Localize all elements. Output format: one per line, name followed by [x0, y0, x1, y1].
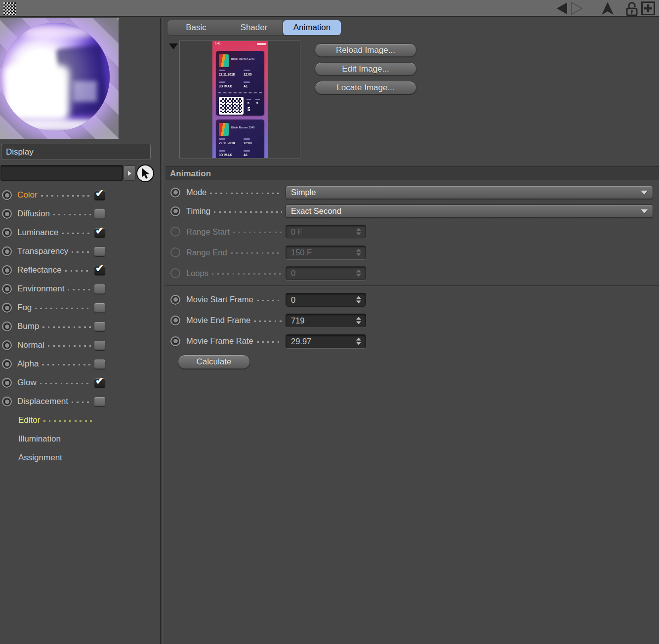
channel-checkbox[interactable] [94, 397, 105, 406]
stepper-arrows-icon[interactable] [356, 337, 361, 345]
texture-input[interactable] [0, 165, 123, 181]
display-dropdown[interactable]: Display [1, 144, 151, 160]
channel-checkbox[interactable] [94, 284, 105, 294]
channel-checkbox[interactable] [94, 247, 105, 256]
lock-open-icon[interactable] [624, 1, 639, 17]
channel-radio[interactable] [2, 284, 12, 294]
dotted-leader [72, 402, 91, 403]
ticket-status-time: 9:41 [215, 42, 221, 45]
edit-image-button[interactable]: Edit Image... [315, 62, 416, 76]
channel-radio[interactable] [2, 303, 12, 313]
channel-row-luminance[interactable]: Luminance✔ [0, 223, 107, 242]
ticket-format: 3D IMAX [219, 153, 232, 157]
param-radio[interactable] [170, 295, 180, 305]
stepper-arrows-icon [356, 249, 361, 256]
reload-image-button[interactable]: Reload Image... [315, 43, 416, 57]
channel-radio[interactable] [2, 209, 12, 219]
calculate-button[interactable]: Calculate [178, 355, 250, 369]
channel-row-diffusion[interactable]: Diffusion [0, 204, 107, 223]
channel-radio[interactable] [2, 265, 12, 275]
movie-end-frame-field[interactable]: 719 [286, 314, 366, 327]
ticket-card-1: Blade Runner 2049 22.11.2018 12:00 3D IM… [216, 51, 264, 116]
timing-dropdown[interactable]: Exact Second [286, 204, 653, 218]
tab-shader[interactable]: Shader [225, 20, 283, 35]
channel-row-color[interactable]: Color✔ [0, 186, 107, 204]
mode-dropdown[interactable]: Simple [286, 186, 653, 199]
dotted-leader [210, 193, 282, 194]
channel-checkbox[interactable] [94, 209, 105, 219]
sidebar-item-assignment[interactable]: Assignment [0, 448, 96, 467]
channel-radio[interactable] [2, 190, 12, 200]
channel-checkbox[interactable] [94, 303, 105, 313]
channel-radio[interactable] [2, 340, 12, 350]
sphere-qr-detail [73, 81, 97, 102]
param-label: Loops [186, 269, 208, 278]
channel-radio[interactable] [2, 397, 12, 406]
channel-row-environment[interactable]: Environment [0, 280, 107, 298]
texture-thumbnail-image: 9:41 Blade Runner 2049 22.11.2018 12:00 … [212, 41, 268, 158]
page-label: Assignment [18, 453, 62, 463]
channel-radio[interactable] [2, 378, 12, 388]
chevron-down-icon [641, 191, 648, 195]
channel-checkbox[interactable]: ✔ [94, 266, 105, 275]
locate-image-button[interactable]: Locate Image... [315, 81, 416, 94]
param-label: Range Start [186, 227, 230, 237]
channel-row-bump[interactable]: Bump [0, 317, 107, 336]
ticket-seat: A1 [244, 84, 247, 88]
param-radio[interactable] [170, 316, 180, 325]
channel-checkbox[interactable]: ✔ [94, 378, 105, 388]
back-arrow-icon[interactable] [554, 1, 570, 16]
disclosure-triangle-icon[interactable] [169, 43, 178, 49]
texture-thumbnail-well[interactable]: 9:41 Blade Runner 2049 22.11.2018 12:00 … [179, 40, 300, 159]
tab-animation[interactable]: Animation [283, 20, 341, 35]
channel-label: Alpha [17, 359, 39, 369]
check-icon: ✔ [95, 225, 104, 237]
ticket-label-bar [244, 81, 250, 83]
up-arrow-icon[interactable] [600, 1, 616, 16]
channel-radio[interactable] [2, 359, 12, 369]
channel-label: Transparency [17, 246, 68, 256]
material-pick-button[interactable] [136, 164, 154, 182]
channel-row-displacement[interactable]: Displacement [0, 392, 107, 411]
ticket-title: Blade Runner 2049 [231, 57, 263, 60]
channel-checkbox[interactable] [94, 341, 105, 350]
sidebar-item-editor[interactable]: Editor [0, 411, 96, 430]
channel-checkbox[interactable]: ✔ [94, 191, 105, 200]
channel-checkbox[interactable]: ✔ [94, 228, 105, 238]
material-preview[interactable] [0, 18, 119, 139]
sphere-glow-highlight [4, 65, 69, 121]
channel-radio[interactable] [2, 246, 12, 256]
ticket-seat-value: 5 [256, 101, 258, 105]
ticket-time: 12:00 [244, 141, 252, 145]
channel-checkbox[interactable] [94, 360, 105, 369]
movie-start-frame-field[interactable]: 0 [286, 293, 366, 307]
stepper-arrows-icon[interactable] [356, 317, 361, 324]
channel-radio[interactable] [2, 322, 12, 331]
param-radio[interactable] [170, 206, 180, 216]
forward-arrow-icon[interactable] [569, 1, 585, 16]
channel-row-transparency[interactable]: Transparency [0, 242, 107, 261]
channel-row-fog[interactable]: Fog [0, 298, 107, 317]
movie-frame-rate-field[interactable]: 29.97 [286, 334, 366, 348]
param-radio[interactable] [170, 188, 180, 198]
sidebar-item-illumination[interactable]: Illumination [0, 430, 96, 448]
ticket-label-bar [219, 70, 225, 71]
ticket-time: 12:00 [244, 73, 252, 76]
page-label: Editor [18, 415, 40, 425]
channel-row-glow[interactable]: Glow✔ [0, 373, 107, 392]
channel-radio[interactable] [2, 228, 12, 238]
add-box-icon[interactable] [641, 1, 656, 16]
drag-handle-icon[interactable] [3, 2, 16, 15]
material-sphere [1, 23, 110, 131]
tab-basic[interactable]: Basic [167, 20, 225, 35]
channel-row-reflectance[interactable]: Reflectance✔ [0, 261, 107, 280]
stepper-arrows-icon[interactable] [356, 296, 361, 303]
channel-row-alpha[interactable]: Alpha [0, 355, 107, 373]
channel-label: Reflectance [17, 265, 62, 275]
ticket-label-bar [219, 150, 225, 152]
param-radio[interactable] [170, 336, 180, 346]
channel-row-normal[interactable]: Normal [0, 336, 107, 355]
dotted-leader [233, 232, 282, 233]
channel-checkbox[interactable] [94, 322, 105, 331]
texture-menu-button[interactable] [124, 165, 136, 181]
